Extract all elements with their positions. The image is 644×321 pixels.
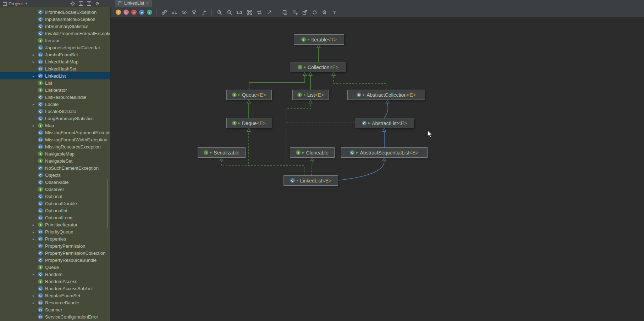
diagram-node-iterable[interactable]: IIterable<T> bbox=[294, 34, 344, 45]
diagram-edge-linkedlist-abstractsequentiallist[interactable] bbox=[338, 161, 384, 180]
expand-chevron-icon[interactable]: ▸ bbox=[31, 102, 36, 106]
apply-layout-icon[interactable] bbox=[291, 9, 298, 16]
tree-item-primitiveiterator[interactable]: ▸IPrimitiveIterator bbox=[0, 221, 110, 228]
diagram-node-queue[interactable]: IQueue<E> bbox=[226, 90, 272, 100]
tree-scrollbar[interactable] bbox=[107, 179, 108, 229]
fit-content-icon[interactable] bbox=[246, 9, 253, 16]
show-methods-toggle[interactable]: m bbox=[131, 10, 137, 15]
tree-item-queue[interactable]: IQueue bbox=[0, 264, 110, 271]
tree-item-localeisodata[interactable]: CLocaleISOData bbox=[0, 108, 110, 115]
tree-item-linkedlist[interactable]: ▸CLinkedList bbox=[0, 72, 110, 79]
expand-chevron-icon[interactable]: ▸ bbox=[31, 74, 36, 78]
tree-item-longsummarystatistics[interactable]: CLongSummaryStatistics bbox=[0, 115, 110, 122]
expand-chevron-icon[interactable]: ▸ bbox=[31, 301, 36, 305]
members-collapsed-icon[interactable] bbox=[238, 94, 240, 96]
tree-item-observable[interactable]: CObservable bbox=[0, 179, 110, 186]
expand-chevron-icon[interactable]: ▸ bbox=[31, 60, 36, 64]
diagram-node-deque[interactable]: IDeque<E> bbox=[226, 118, 271, 128]
expand-all-icon[interactable] bbox=[78, 0, 84, 7]
expand-chevron-icon[interactable]: ▸ bbox=[31, 230, 36, 234]
zoom-out-icon[interactable] bbox=[226, 9, 233, 16]
tree-item-optionaldouble[interactable]: COptionalDouble bbox=[0, 200, 110, 207]
tree-item-listiterator[interactable]: IListIterator bbox=[0, 86, 110, 94]
tree-item-nosuchelementexception[interactable]: CNoSuchElementException bbox=[0, 164, 110, 171]
diagram-edge-linkedlist-cloneable[interactable] bbox=[312, 161, 312, 175]
visibility-level-icon[interactable] bbox=[180, 9, 188, 16]
tree-item-linkedhashmap[interactable]: ▸CLinkedHashMap bbox=[0, 58, 110, 65]
locate-icon[interactable] bbox=[70, 0, 76, 7]
members-collapsed-icon[interactable] bbox=[302, 152, 304, 154]
collapse-all-icon[interactable] bbox=[86, 0, 92, 7]
tree-item-objects[interactable]: CObjects bbox=[0, 171, 110, 179]
expand-chevron-icon[interactable]: ▸ bbox=[31, 124, 36, 128]
diagram-edge-abstractcollection-collection[interactable] bbox=[334, 75, 386, 90]
tree-item-invalidpropertiesformatexception[interactable]: CInvalidPropertiesFormatException bbox=[0, 30, 110, 37]
filter-icon[interactable] bbox=[190, 9, 198, 16]
tree-item-propertypermission[interactable]: CPropertyPermission bbox=[0, 242, 110, 249]
diagram-edge-queue-collection[interactable] bbox=[249, 75, 305, 90]
diagram-canvas[interactable]: IIterable<T>ICollection<E>IQueue<E>IList… bbox=[111, 18, 644, 321]
project-title[interactable]: Project bbox=[9, 1, 23, 6]
tree-item-japaneseimperialcalendar[interactable]: CJapaneseImperialCalendar bbox=[0, 44, 110, 51]
tree-item-randomaccesssublist[interactable]: CRandomAccessSubList bbox=[0, 285, 110, 292]
tree-item-inputmismatchexception[interactable]: CInputMismatchException bbox=[0, 16, 110, 23]
members-collapsed-icon[interactable] bbox=[363, 94, 365, 96]
expand-chevron-icon[interactable]: ▸ bbox=[31, 272, 36, 276]
diagram-node-abstractcollection[interactable]: CAbstractCollection<E> bbox=[347, 90, 425, 100]
tree-item-priorityqueue[interactable]: ▸CPriorityQueue bbox=[0, 228, 110, 235]
diagram-node-cloneable[interactable]: ICloneable bbox=[290, 147, 335, 158]
export-image-icon[interactable] bbox=[265, 9, 273, 16]
open-in-editor-icon[interactable] bbox=[301, 9, 308, 16]
members-collapsed-icon[interactable] bbox=[304, 94, 306, 96]
diagram-edge-abstractlist-abstractcollection[interactable] bbox=[384, 103, 388, 118]
expand-chevron-icon[interactable]: ▸ bbox=[31, 53, 36, 57]
tree-item-list[interactable]: IList bbox=[0, 79, 110, 86]
tree-item-missingformatargumentexception[interactable]: CMissingFormatArgumentException bbox=[0, 129, 110, 136]
diagram-edge-linkedlist-list[interactable] bbox=[286, 103, 310, 175]
members-collapsed-icon[interactable] bbox=[238, 122, 240, 124]
zoom-in-icon[interactable] bbox=[216, 9, 223, 16]
tab-linkedlist[interactable]: LinkedList × bbox=[115, 0, 152, 7]
tree-item-navigableset[interactable]: INavigableSet bbox=[0, 157, 110, 164]
tree-item-scanner[interactable]: CScanner bbox=[0, 306, 110, 313]
diagram-settings-icon[interactable]: ⚙ bbox=[321, 9, 328, 16]
diagram-edge-linkedlist-serializable[interactable] bbox=[221, 161, 304, 175]
expand-chevron-icon[interactable]: ▸ bbox=[31, 223, 36, 227]
swap-direction-icon[interactable] bbox=[255, 9, 263, 16]
expand-chevron-icon[interactable]: ▸ bbox=[31, 237, 36, 241]
tree-item-propertypermissioncollection[interactable]: CPropertyPermissionCollection bbox=[0, 249, 110, 257]
tree-item-iterator[interactable]: IIterator bbox=[0, 37, 110, 44]
tree-item-randomaccess[interactable]: IRandomAccess bbox=[0, 278, 110, 285]
tree-item-observer[interactable]: IObserver bbox=[0, 186, 110, 193]
tree-item-resourcebundle[interactable]: ▸CResourceBundle bbox=[0, 299, 110, 306]
diagram-node-list[interactable]: IList<E> bbox=[292, 90, 329, 100]
tree-item-optionallong[interactable]: COptionalLong bbox=[0, 214, 110, 221]
tree-item-optionalint[interactable]: COptionalInt bbox=[0, 207, 110, 214]
close-icon[interactable]: × bbox=[146, 1, 149, 6]
tree-item-propertyresourcebundle[interactable]: CPropertyResourceBundle bbox=[0, 257, 110, 264]
help-icon[interactable]: ? bbox=[331, 10, 338, 15]
members-collapsed-icon[interactable] bbox=[210, 152, 212, 154]
refresh-diagram-icon[interactable] bbox=[311, 9, 318, 16]
show-properties-toggle[interactable]: p bbox=[139, 10, 144, 15]
show-inner-classes-toggle[interactable]: i bbox=[147, 10, 152, 15]
diagram-node-linkedlist[interactable]: CLinkedList<E> bbox=[284, 175, 338, 186]
show-fields-toggle[interactable]: f bbox=[116, 10, 121, 15]
members-collapsed-icon[interactable] bbox=[304, 66, 306, 68]
expand-chevron-icon[interactable]: ▸ bbox=[31, 294, 36, 298]
diagram-node-serializable[interactable]: ISerializable bbox=[198, 147, 246, 158]
show-constructors-toggle[interactable]: c bbox=[123, 10, 129, 15]
settings-gear-icon[interactable]: ⚙ bbox=[94, 0, 100, 7]
tree-item-navigablemap[interactable]: INavigableMap bbox=[0, 150, 110, 157]
members-collapsed-icon[interactable] bbox=[308, 39, 309, 41]
diagram-node-abstractsequentiallist[interactable]: CAbstractSequentialList<E> bbox=[341, 147, 428, 158]
diagram-node-collection[interactable]: ICollection<E> bbox=[290, 62, 346, 72]
tree-item-jumboenumset[interactable]: ▸CJumboEnumSet bbox=[0, 51, 110, 58]
tree-item-illformedlocaleexception[interactable]: CIllformedLocaleException bbox=[0, 9, 110, 16]
show-dependencies-icon[interactable] bbox=[160, 9, 168, 16]
tree-item-locale[interactable]: ▸CLocale bbox=[0, 101, 110, 108]
tree-item-listresourcebundle[interactable]: CListResourceBundle bbox=[0, 94, 110, 101]
diagram-node-abstractlist[interactable]: CAbstractList<E> bbox=[355, 118, 414, 128]
chevron-down-icon[interactable]: ▼ bbox=[24, 2, 28, 5]
actual-size-button[interactable]: 1:1 bbox=[236, 10, 243, 15]
